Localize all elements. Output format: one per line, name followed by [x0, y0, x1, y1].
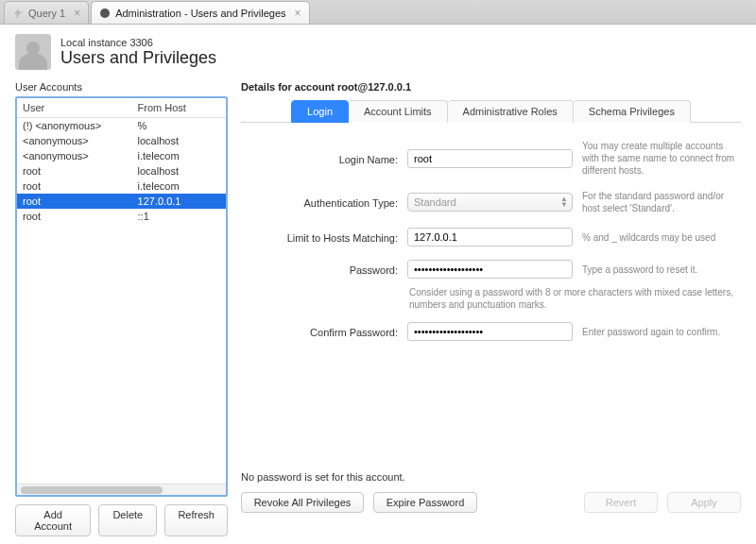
table-row[interactable]: root::1	[17, 209, 226, 224]
cell-user: root	[17, 194, 132, 209]
details-tabs: Login Account Limits Administrative Role…	[241, 100, 741, 123]
cell-user: <anonymous>	[17, 133, 132, 148]
tab-label: Query 1	[28, 8, 65, 19]
login-name-label: Login Name:	[247, 152, 398, 165]
table-row[interactable]: rooti.telecom	[17, 178, 226, 194]
cell-host: i.telecom	[132, 148, 226, 163]
hosts-hint: % and _ wildcards may be used	[582, 231, 735, 244]
table-row[interactable]: <anonymous>localhost	[17, 133, 226, 148]
cell-host: i.telecom	[132, 178, 226, 194]
accounts-table: User From Host (!) <anonymous>%<anonymou…	[15, 96, 228, 497]
cell-user: root	[17, 163, 132, 178]
query-icon	[12, 8, 24, 19]
tab-admin-roles[interactable]: Administrative Roles	[448, 100, 574, 123]
close-icon[interactable]: ×	[295, 8, 301, 19]
col-user-header[interactable]: User	[17, 98, 132, 117]
auth-type-value: Standard	[414, 196, 456, 208]
password-advice: Consider using a password with 8 or more…	[409, 286, 735, 311]
auth-type-hint: For the standard password and/or host se…	[582, 190, 735, 214]
login-form: Login Name: You may create multiple acco…	[241, 123, 741, 358]
table-row[interactable]: rootlocalhost	[17, 163, 226, 178]
accounts-header: User From Host	[17, 98, 226, 118]
tab-schema-privileges[interactable]: Schema Privileges	[574, 100, 691, 123]
cell-host: localhost	[132, 133, 226, 148]
col-host-header[interactable]: From Host	[132, 98, 226, 117]
add-account-button[interactable]: Add Account	[15, 504, 91, 536]
confirm-password-label: Confirm Password:	[247, 325, 398, 338]
page-title: Users and Privileges	[60, 48, 216, 68]
tab-account-limits[interactable]: Account Limits	[349, 100, 448, 123]
editor-tab-bar: Query 1 × Administration - Users and Pri…	[0, 0, 756, 25]
page-header: Local instance 3306 Users and Privileges	[0, 25, 756, 76]
password-status: No password is set for this account.	[241, 471, 741, 483]
avatar	[15, 34, 51, 70]
auth-type-label: Authentication Type:	[247, 196, 398, 209]
confirm-password-hint: Enter password again to confirm.	[582, 326, 735, 338]
revert-button[interactable]: Revert	[584, 492, 658, 513]
cell-host: %	[132, 118, 226, 133]
hosts-label: Limit to Hosts Matching:	[247, 230, 398, 244]
chevron-updown-icon: ▲▼	[560, 196, 568, 208]
cell-user: (!) <anonymous>	[17, 118, 132, 133]
auth-type-select[interactable]: Standard ▲▼	[407, 193, 573, 212]
instance-label: Local instance 3306	[60, 37, 216, 48]
confirm-password-input[interactable]	[407, 322, 573, 341]
password-input[interactable]	[407, 260, 573, 279]
tab-label: Administration - Users and Privileges	[115, 8, 285, 19]
table-row[interactable]: <anonymous>i.telecom	[17, 148, 226, 163]
cell-user: root	[17, 178, 132, 194]
cell-host: localhost	[132, 163, 226, 178]
login-name-hint: You may create multiple accounts with th…	[582, 140, 735, 177]
tab-administration[interactable]: Administration - Users and Privileges ×	[91, 1, 309, 24]
accounts-title: User Accounts	[15, 81, 228, 93]
cell-host: 127.0.0.1	[132, 194, 226, 209]
password-label: Password:	[247, 263, 398, 276]
cell-host: ::1	[132, 209, 226, 224]
revoke-all-button[interactable]: Revoke All Privileges	[241, 492, 364, 513]
refresh-button[interactable]: Refresh	[164, 504, 228, 536]
delete-button[interactable]: Delete	[98, 504, 157, 536]
admin-icon	[99, 8, 111, 19]
horizontal-scrollbar[interactable]	[17, 484, 226, 495]
table-row[interactable]: root127.0.0.1	[17, 194, 226, 209]
tab-login[interactable]: Login	[291, 100, 349, 123]
close-icon[interactable]: ×	[74, 8, 80, 19]
table-row[interactable]: (!) <anonymous>%	[17, 118, 226, 133]
cell-user: <anonymous>	[17, 148, 132, 163]
password-hint: Type a password to reset it.	[582, 264, 735, 276]
hosts-input[interactable]	[407, 228, 573, 246]
details-title: Details for account root@127.0.0.1	[241, 81, 741, 93]
apply-button[interactable]: Apply	[667, 492, 741, 513]
cell-user: root	[17, 209, 132, 224]
expire-password-button[interactable]: Expire Password	[373, 492, 477, 513]
login-name-input[interactable]	[407, 149, 573, 168]
tab-query-1[interactable]: Query 1 ×	[4, 1, 89, 24]
